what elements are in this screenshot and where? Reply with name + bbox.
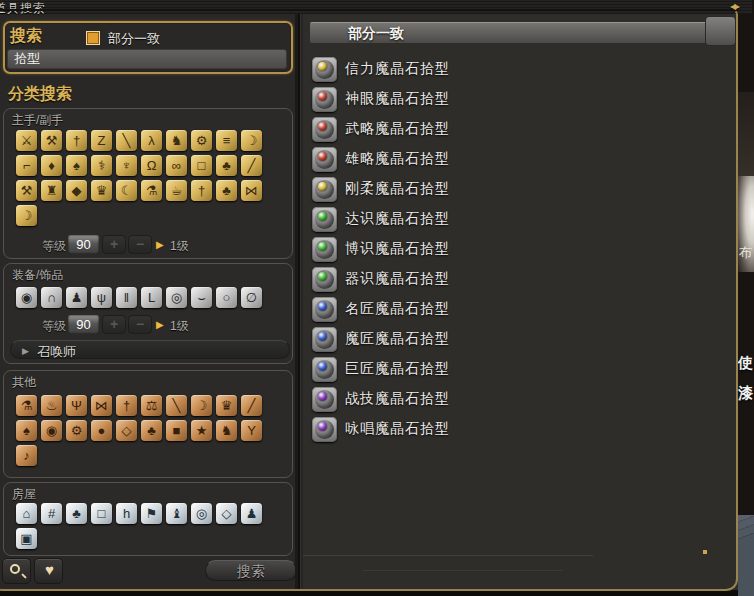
- weapon-category-icon[interactable]: Z: [91, 130, 112, 151]
- other-category-icon[interactable]: ♞: [216, 420, 237, 441]
- housing-category-icon[interactable]: ⚑: [141, 503, 162, 524]
- other-category-icon[interactable]: ⋈: [91, 395, 112, 416]
- weapon-category-icon[interactable]: ♜: [41, 180, 62, 201]
- expand-arrow-icon[interactable]: ▶: [156, 239, 164, 250]
- result-item[interactable]: 神眼魔晶石拾型: [312, 84, 732, 114]
- search-submit-button[interactable]: 搜索: [205, 560, 297, 581]
- housing-category-icon[interactable]: ⌂: [16, 503, 37, 524]
- other-category-icon[interactable]: ♪: [16, 445, 37, 466]
- weapon-category-icon[interactable]: †: [191, 180, 212, 201]
- result-item[interactable]: 达识魔晶石拾型: [312, 204, 732, 234]
- result-item[interactable]: 咏唱魔晶石拾型: [312, 414, 732, 444]
- result-item[interactable]: 魔匠魔晶石拾型: [312, 324, 732, 354]
- weapon-category-icon[interactable]: ⚒: [16, 180, 37, 201]
- weapon-category-icon[interactable]: ⚕: [91, 155, 112, 176]
- weapon-category-icon[interactable]: Ω: [141, 155, 162, 176]
- housing-category-icon[interactable]: ◎: [191, 503, 212, 524]
- weapon-category-icon[interactable]: ☽: [241, 130, 262, 151]
- weapon-category-icon[interactable]: ≡: [216, 130, 237, 151]
- result-item[interactable]: 博识魔晶石拾型: [312, 234, 732, 264]
- other-category-icon[interactable]: †: [116, 395, 137, 416]
- weapon-category-icon[interactable]: ♞: [166, 130, 187, 151]
- weapon-category-icon[interactable]: †: [66, 130, 87, 151]
- weapon-category-icon[interactable]: ∞: [166, 155, 187, 176]
- other-category-icon[interactable]: ╱: [241, 395, 262, 416]
- equipment-category-icon[interactable]: ◎: [166, 287, 187, 308]
- class-filter-dropdown[interactable]: ▶ 召唤师: [10, 340, 290, 359]
- level-minus-button[interactable]: −: [128, 315, 152, 334]
- other-category-icon[interactable]: ●: [91, 420, 112, 441]
- weapon-category-icon[interactable]: ☽: [16, 205, 37, 226]
- weapon-category-icon[interactable]: ⚙: [191, 130, 212, 151]
- other-category-icon[interactable]: ■: [166, 420, 187, 441]
- weapon-category-icon[interactable]: ╲: [116, 130, 137, 151]
- result-item[interactable]: 器识魔晶石拾型: [312, 264, 732, 294]
- partial-match-checkbox[interactable]: [86, 31, 100, 45]
- weapon-category-icon[interactable]: ♦: [41, 155, 62, 176]
- weapon-category-icon[interactable]: ♠: [66, 155, 87, 176]
- level-minus-button[interactable]: −: [128, 235, 152, 254]
- housing-category-icon[interactable]: #: [41, 503, 62, 524]
- other-category-icon[interactable]: ╲: [166, 395, 187, 416]
- expand-arrow-icon[interactable]: ▶: [156, 319, 164, 330]
- housing-category-icon[interactable]: ▣: [16, 528, 37, 549]
- result-item[interactable]: 巨匠魔晶石拾型: [312, 354, 732, 384]
- weapon-category-icon[interactable]: ⋈: [241, 180, 262, 201]
- quick-search-button[interactable]: [2, 558, 31, 584]
- other-category-icon[interactable]: ◉: [41, 420, 62, 441]
- level-value[interactable]: 90: [68, 235, 99, 254]
- other-category-icon[interactable]: ◇: [116, 420, 137, 441]
- weapon-category-icon[interactable]: ♣: [216, 155, 237, 176]
- housing-category-icon[interactable]: ♝: [166, 503, 187, 524]
- equipment-category-icon[interactable]: ◉: [16, 287, 37, 308]
- weapon-category-icon[interactable]: ♛: [91, 180, 112, 201]
- other-category-icon[interactable]: ♨: [41, 395, 62, 416]
- housing-category-icon[interactable]: □: [91, 503, 112, 524]
- housing-category-icon[interactable]: ◇: [216, 503, 237, 524]
- weapon-category-icon[interactable]: ⚒: [41, 130, 62, 151]
- window-titlebar[interactable]: 道具搜索 ◂▸: [0, 0, 752, 14]
- scroll-button[interactable]: [705, 16, 736, 46]
- equipment-category-icon[interactable]: ∅: [241, 287, 262, 308]
- result-item[interactable]: 名匠魔晶石拾型: [312, 294, 732, 324]
- other-category-icon[interactable]: ☽: [191, 395, 212, 416]
- other-category-icon[interactable]: ♣: [141, 420, 162, 441]
- equipment-category-icon[interactable]: ∩: [41, 287, 62, 308]
- other-category-icon[interactable]: ⚙: [66, 420, 87, 441]
- equipment-category-icon[interactable]: ○: [216, 287, 237, 308]
- equipment-category-icon[interactable]: L: [141, 287, 162, 308]
- equipment-category-icon[interactable]: ♟: [66, 287, 87, 308]
- weapon-category-icon[interactable]: ♣: [216, 180, 237, 201]
- window-ornament-icon[interactable]: ◂▸: [730, 0, 738, 13]
- weapon-category-icon[interactable]: ⚔: [16, 130, 37, 151]
- result-item[interactable]: 武略魔晶石拾型: [312, 114, 732, 144]
- favorites-button[interactable]: ♥: [34, 558, 63, 584]
- level-value[interactable]: 90: [68, 315, 99, 334]
- housing-category-icon[interactable]: ♟: [241, 503, 262, 524]
- other-category-icon[interactable]: ★: [191, 420, 212, 441]
- weapon-category-icon[interactable]: □: [191, 155, 212, 176]
- result-item[interactable]: 战技魔晶石拾型: [312, 384, 732, 414]
- housing-category-icon[interactable]: h: [116, 503, 137, 524]
- result-item[interactable]: 信力魔晶石拾型: [312, 54, 732, 84]
- other-category-icon[interactable]: ♛: [216, 395, 237, 416]
- weapon-category-icon[interactable]: ☾: [116, 180, 137, 201]
- weapon-category-icon[interactable]: λ: [141, 130, 162, 151]
- result-item[interactable]: 雄略魔晶石拾型: [312, 144, 732, 174]
- weapon-category-icon[interactable]: ⌐: [16, 155, 37, 176]
- weapon-category-icon[interactable]: ♆: [116, 155, 137, 176]
- weapon-category-icon[interactable]: ╱: [241, 155, 262, 176]
- result-item[interactable]: 刚柔魔晶石拾型: [312, 174, 732, 204]
- equipment-category-icon[interactable]: ⌣: [191, 287, 212, 308]
- level-plus-button[interactable]: +: [102, 315, 126, 334]
- other-category-icon[interactable]: ♠: [16, 420, 37, 441]
- equipment-category-icon[interactable]: ‖: [116, 287, 137, 308]
- housing-category-icon[interactable]: ♣: [66, 503, 87, 524]
- weapon-category-icon[interactable]: ⚗: [141, 180, 162, 201]
- other-category-icon[interactable]: Y: [241, 420, 262, 441]
- level-plus-button[interactable]: +: [102, 235, 126, 254]
- other-category-icon[interactable]: ⚖: [141, 395, 162, 416]
- equipment-category-icon[interactable]: ψ: [91, 287, 112, 308]
- weapon-category-icon[interactable]: ☕: [166, 180, 187, 201]
- weapon-category-icon[interactable]: ◆: [66, 180, 87, 201]
